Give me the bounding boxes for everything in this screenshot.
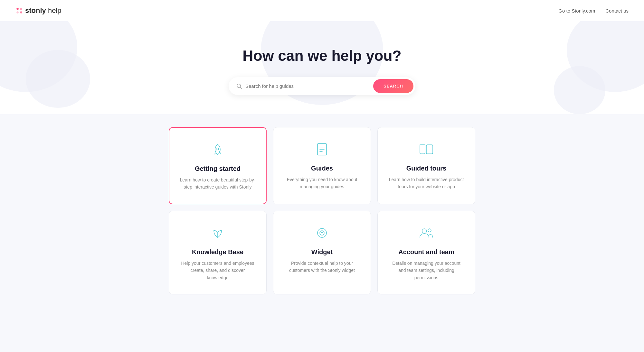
logo-icon: [15, 7, 23, 14]
card-desc-knowledge-base: Help your customers and employees create…: [179, 260, 256, 281]
go-to-stonly-link[interactable]: Go to Stonly.com: [558, 8, 595, 14]
hero-title: How can we help you?: [15, 47, 629, 64]
rocket-icon: [180, 141, 256, 159]
cards-grid: Getting started Learn how to create beau…: [169, 127, 475, 294]
card-guides[interactable]: Guides Everything you need to know about…: [273, 127, 371, 204]
search-icon: [236, 83, 242, 89]
card-title-widget: Widget: [284, 248, 360, 256]
blob-5: [554, 66, 605, 114]
card-title-account-team: Account and team: [388, 248, 465, 256]
svg-point-19: [428, 229, 431, 232]
hero-section: How can we help you? SEARCH: [0, 21, 644, 114]
card-title-knowledge-base: Knowledge Base: [179, 248, 256, 256]
svg-point-18: [422, 229, 427, 233]
card-title-guides: Guides: [284, 165, 360, 172]
header-nav: Go to Stonly.com Contact us: [558, 8, 629, 14]
card-getting-started[interactable]: Getting started Learn how to create beau…: [169, 127, 267, 204]
search-container: SEARCH: [229, 77, 415, 95]
panels-icon: [388, 140, 465, 158]
contact-us-link[interactable]: Contact us: [605, 8, 629, 14]
logo[interactable]: stonly help: [15, 6, 62, 15]
svg-point-2: [16, 11, 19, 14]
card-guided-tours[interactable]: Guided tours Learn how to build interact…: [377, 127, 475, 204]
logo-text: stonly help: [25, 6, 62, 15]
widget-icon: [284, 224, 360, 242]
search-input[interactable]: [245, 83, 373, 89]
cards-section: Getting started Learn how to create beau…: [161, 114, 483, 314]
card-title-getting-started: Getting started: [180, 165, 256, 172]
header: stonly help Go to Stonly.com Contact us: [0, 0, 644, 21]
search-button[interactable]: SEARCH: [373, 79, 413, 93]
svg-point-6: [217, 148, 219, 150]
hero-blobs: [0, 21, 644, 114]
card-widget[interactable]: Widget Provide contextual help to your c…: [273, 211, 371, 294]
svg-point-0: [16, 8, 19, 10]
svg-rect-12: [426, 145, 433, 154]
card-title-guided-tours: Guided tours: [388, 165, 465, 172]
book-icon: [179, 224, 256, 242]
document-icon: [284, 140, 360, 158]
card-desc-widget: Provide contextual help to your customer…: [284, 260, 360, 274]
team-icon: [388, 224, 465, 242]
svg-rect-11: [420, 145, 425, 154]
svg-line-5: [240, 87, 242, 88]
card-desc-account-team: Details on managing your account and tea…: [388, 260, 465, 281]
card-desc-guided-tours: Learn how to build interactive product t…: [388, 176, 465, 190]
svg-point-1: [20, 8, 22, 10]
card-desc-getting-started: Learn how to create beautiful step-by-st…: [180, 176, 256, 191]
card-account-team[interactable]: Account and team Details on managing you…: [377, 211, 475, 294]
svg-point-3: [20, 11, 22, 14]
card-knowledge-base[interactable]: Knowledge Base Help your customers and e…: [169, 211, 267, 294]
card-desc-guides: Everything you need to know about managi…: [284, 176, 360, 190]
